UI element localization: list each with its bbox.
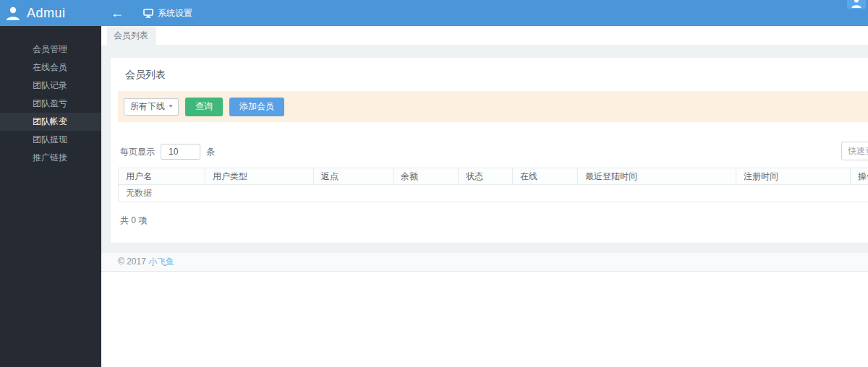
sidebar-item-team-records[interactable]: 团队记录 bbox=[0, 77, 101, 95]
column-header-rebate: 返点 bbox=[314, 168, 393, 185]
content-background: 会员列表 所有下线 ▼ 查询 添加会员 每页显示 条 bbox=[101, 45, 868, 253]
quick-search-input[interactable] bbox=[841, 142, 868, 160]
add-member-button[interactable]: 添加会员 bbox=[229, 98, 284, 116]
filter-toolbar: 所有下线 ▼ 查询 添加会员 bbox=[118, 91, 868, 122]
column-header-user-type: 用户类型 bbox=[205, 168, 314, 185]
column-header-last-login-time: 最近登陆时间 bbox=[578, 168, 736, 185]
table-empty-row: 无数据 bbox=[119, 185, 868, 202]
downline-filter-value: 所有下线 bbox=[130, 100, 165, 113]
brand-logo: Admui bbox=[0, 0, 101, 26]
top-menu-system-settings[interactable]: 系统设置 bbox=[133, 0, 203, 26]
sidebar-item-online-members[interactable]: 在线会员 bbox=[0, 59, 101, 77]
per-page-label: 每页显示 bbox=[120, 146, 155, 158]
downline-filter-select[interactable]: 所有下线 ▼ bbox=[124, 98, 179, 116]
empty-data-cell: 无数据 bbox=[119, 185, 868, 202]
chevron-down-icon: ▼ bbox=[168, 104, 174, 109]
app-window: Admui ← 系统设置 会员管理 bbox=[0, 0, 868, 367]
arrow-left-icon: ← bbox=[111, 6, 124, 21]
member-table: 用户名 用户类型 返点 余额 状态 在线 最近登陆时间 注册时间 操作 bbox=[118, 168, 868, 202]
column-header-username: 用户名 bbox=[119, 168, 205, 185]
column-header-status: 状态 bbox=[459, 168, 513, 185]
tab-strip: 会员列表 bbox=[101, 26, 868, 45]
monitor-icon bbox=[143, 9, 153, 18]
user-corner-button[interactable] bbox=[847, 0, 866, 9]
sidebar-item-team-account-changes[interactable]: 团队帐变 bbox=[0, 113, 101, 131]
column-header-register-time: 注册时间 bbox=[736, 168, 851, 185]
sidebar: 会员管理 在线会员 团队记录 团队盈亏 团队帐变 团队提现 推广链接 bbox=[0, 26, 101, 367]
member-list-panel: 会员列表 所有下线 ▼ 查询 添加会员 每页显示 条 bbox=[111, 58, 868, 243]
back-button[interactable]: ← bbox=[101, 0, 133, 26]
page-size-input[interactable] bbox=[161, 144, 200, 160]
sidebar-item-member-management[interactable]: 会员管理 bbox=[0, 40, 101, 59]
brand-footer-link[interactable]: 小飞鱼 bbox=[148, 256, 174, 267]
column-header-online: 在线 bbox=[513, 168, 578, 185]
sidebar-item-promotion-links[interactable]: 推广链接 bbox=[0, 149, 101, 167]
panel-title: 会员列表 bbox=[118, 58, 868, 91]
query-button[interactable]: 查询 bbox=[185, 98, 223, 116]
top-menu-label: 系统设置 bbox=[158, 7, 192, 20]
brand-name: Admui bbox=[27, 6, 66, 21]
table-header-row: 用户名 用户类型 返点 余额 状态 在线 最近登陆时间 注册时间 操作 bbox=[119, 168, 868, 185]
top-bar: Admui ← 系统设置 bbox=[0, 0, 868, 26]
page-footer: © 2017 小飞鱼 bbox=[101, 253, 868, 272]
column-header-actions: 操作 bbox=[851, 168, 868, 185]
per-page-unit: 条 bbox=[206, 146, 215, 158]
sidebar-item-team-withdrawal[interactable]: 团队提现 bbox=[0, 131, 101, 149]
main-area: 会员列表 会员列表 所有下线 ▼ 查询 添加会员 每页显示 条 bbox=[101, 26, 868, 367]
user-logo-icon bbox=[4, 4, 22, 22]
total-count-label: 共 0 项 bbox=[118, 215, 868, 227]
sidebar-item-team-profit-loss[interactable]: 团队盈亏 bbox=[0, 95, 101, 113]
copyright-text: © 2017 bbox=[118, 256, 146, 267]
user-avatar-icon bbox=[851, 0, 862, 9]
tab-member-list[interactable]: 会员列表 bbox=[107, 26, 156, 45]
column-header-balance: 余额 bbox=[393, 168, 459, 185]
per-page-row: 每页显示 条 bbox=[118, 143, 868, 160]
